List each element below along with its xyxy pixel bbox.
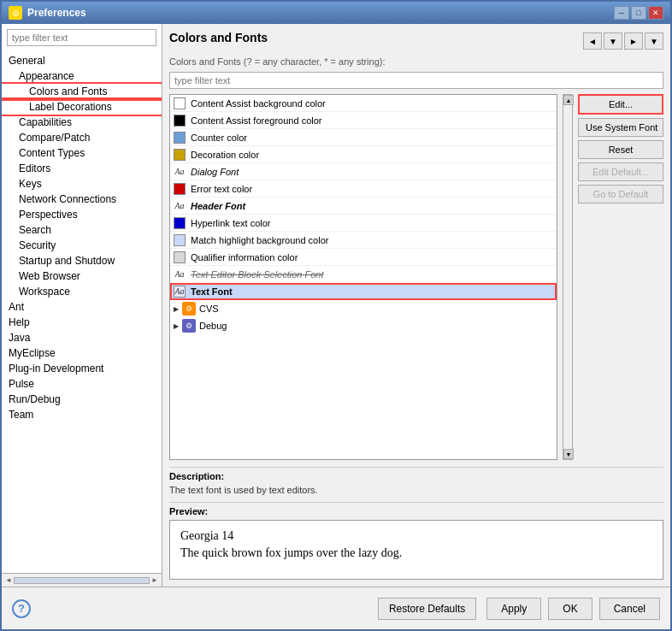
title-buttons: ─ □ ✕ — [614, 6, 663, 20]
color-swatch — [174, 234, 186, 246]
item-label: Match highlight background color — [191, 235, 328, 245]
minimize-button[interactable]: ─ — [614, 6, 629, 20]
items-filter-input[interactable] — [169, 72, 663, 89]
subgroup-debug[interactable]: ▶ ⚙ Debug — [170, 317, 557, 334]
use-system-font-button[interactable]: Use System Font — [578, 118, 663, 137]
sidebar-item-startup-shutdown[interactable]: Startup and Shutdow — [2, 253, 162, 268]
sidebar-item-label-decorations[interactable]: Label Decorations — [2, 99, 162, 115]
ok-button[interactable]: OK — [548, 598, 592, 620]
color-swatch — [174, 115, 186, 127]
font-indicator: Aa — [174, 268, 186, 280]
close-button[interactable]: ✕ — [648, 6, 663, 20]
sidebar-item-editors[interactable]: Editors — [2, 161, 162, 176]
item-label: Qualifier information color — [191, 252, 298, 262]
main-content: General Appearance Colors and Fonts Labe… — [2, 24, 670, 629]
scroll-track — [563, 105, 572, 449]
sidebar-item-team[interactable]: Team — [2, 407, 162, 422]
maximize-button[interactable]: □ — [631, 6, 646, 20]
cancel-button[interactable]: Cancel — [599, 598, 660, 620]
color-swatch — [174, 183, 186, 195]
scroll-left-arrow[interactable]: ◄ — [5, 576, 12, 584]
sidebar-item-compare-patch[interactable]: Compare/Patch — [2, 130, 162, 145]
sidebar-item-myeclipse[interactable]: MyEclipse — [2, 345, 162, 361]
description-text: The text font is used by text editors. — [169, 485, 663, 495]
sidebar-item-capabilities[interactable]: Capabilities — [2, 115, 162, 130]
sidebar-item-general[interactable]: General — [2, 53, 162, 68]
preview-font-name: Georgia 14 — [180, 529, 652, 543]
sidebar-item-web-browser[interactable]: Web Browser — [2, 268, 162, 284]
expand-arrow-icon: ▶ — [174, 322, 179, 330]
scroll-right-arrow[interactable]: ► — [151, 576, 158, 584]
list-item[interactable]: Content Assist foreground color — [170, 112, 557, 129]
sidebar-item-keys[interactable]: Keys — [2, 176, 162, 192]
vertical-scrollbar[interactable]: ▲ ▼ — [563, 94, 573, 460]
sidebar-item-search[interactable]: Search — [2, 222, 162, 238]
list-item[interactable]: Counter color — [170, 129, 557, 146]
list-item[interactable]: Aa Text Editor Block Selection Font — [170, 266, 557, 283]
nav-buttons: ◄ ▼ ► ▼ — [583, 32, 663, 50]
edit-button[interactable]: Edit... — [578, 94, 663, 115]
list-item[interactable]: Aa Header Font — [170, 198, 557, 215]
list-item[interactable]: Hyperlink text color — [170, 215, 557, 232]
list-item[interactable]: Match highlight background color — [170, 232, 557, 249]
item-label: Dialog Font — [191, 167, 239, 177]
reset-button[interactable]: Reset — [578, 140, 663, 159]
sidebar-item-pulse[interactable]: Pulse — [2, 376, 162, 392]
nav-back-button[interactable]: ◄ — [583, 32, 602, 50]
sidebar-item-network-connections[interactable]: Network Connections — [2, 192, 162, 207]
top-area: General Appearance Colors and Fonts Labe… — [2, 24, 670, 587]
edit-default-button[interactable]: Edit Default... — [578, 162, 663, 181]
font-indicator: Aa — [174, 166, 186, 178]
restore-defaults-button[interactable]: Restore Defaults — [378, 598, 476, 620]
go-to-default-button[interactable]: Go to Default — [578, 185, 663, 203]
sidebar-item-appearance[interactable]: Appearance — [2, 68, 162, 84]
list-item[interactable]: Qualifier information color — [170, 249, 557, 266]
title-bar: ⚙ Preferences ─ □ ✕ — [2, 2, 670, 24]
item-label: Text Font — [191, 286, 233, 297]
filter-input[interactable] — [7, 29, 156, 46]
preferences-window: ⚙ Preferences ─ □ ✕ General Appearance C… — [0, 0, 672, 631]
apply-button[interactable]: Apply — [486, 598, 541, 620]
list-item-text-font[interactable]: Aa Text Font — [170, 283, 557, 300]
item-label: Hyperlink text color — [191, 218, 271, 228]
sidebar-item-ant[interactable]: Ant — [2, 299, 162, 315]
sidebar-item-perspectives[interactable]: Perspectives — [2, 207, 162, 222]
help-button[interactable]: ? — [12, 599, 31, 618]
sidebar-item-run-debug[interactable]: Run/Debug — [2, 392, 162, 407]
group-icon: ⚙ — [182, 302, 196, 316]
list-item[interactable]: Decoration color — [170, 146, 557, 163]
scroll-up-arrow[interactable]: ▲ — [563, 95, 574, 105]
subgroup-cvs[interactable]: ▶ ⚙ CVS — [170, 300, 557, 317]
list-item[interactable]: Error text color — [170, 180, 557, 198]
left-panel: General Appearance Colors and Fonts Labe… — [2, 24, 162, 587]
item-label: Content Assist background color — [191, 98, 326, 109]
bottom-left: ? — [12, 599, 31, 618]
group-icon: ⚙ — [182, 319, 196, 333]
nav-more-button[interactable]: ▼ — [645, 32, 663, 50]
list-item[interactable]: Aa Dialog Font — [170, 163, 557, 180]
sidebar-item-plugin-development[interactable]: Plug-in Development — [2, 361, 162, 376]
nav-forward-button[interactable]: ► — [624, 32, 643, 50]
sidebar-item-workspace[interactable]: Workspace — [2, 284, 162, 299]
tree-scroll-bottom: ◄ ► — [2, 573, 162, 587]
nav-dropdown-button[interactable]: ▼ — [604, 32, 622, 50]
sidebar-item-help[interactable]: Help — [2, 315, 162, 330]
filter-row — [169, 72, 663, 89]
sidebar-item-security[interactable]: Security — [2, 238, 162, 253]
sidebar-item-java[interactable]: Java — [2, 330, 162, 345]
preview-sample-text: The quick brown fox jumps over the lazy … — [180, 546, 652, 560]
item-label: Text Editor Block Selection Font — [191, 269, 324, 280]
item-label: Decoration color — [191, 150, 259, 160]
panel-title: Colors and Fonts — [169, 31, 268, 44]
color-swatch — [174, 217, 186, 229]
sidebar-item-content-types[interactable]: Content Types — [2, 145, 162, 161]
content-area: Content Assist background color Content … — [169, 94, 663, 460]
preview-box: Georgia 14 The quick brown fox jumps ove… — [169, 520, 663, 580]
scroll-down-arrow[interactable]: ▼ — [563, 449, 574, 459]
description-label: Colors and Fonts (? = any character, * =… — [169, 56, 663, 67]
list-item[interactable]: Content Assist background color — [170, 95, 557, 112]
bottom-right: Restore Defaults Apply OK Cancel — [378, 598, 660, 620]
color-swatch — [174, 251, 186, 263]
bottom-bar: ? Restore Defaults Apply OK Cancel — [2, 587, 670, 629]
sidebar-item-colors-fonts[interactable]: Colors and Fonts — [2, 84, 162, 99]
